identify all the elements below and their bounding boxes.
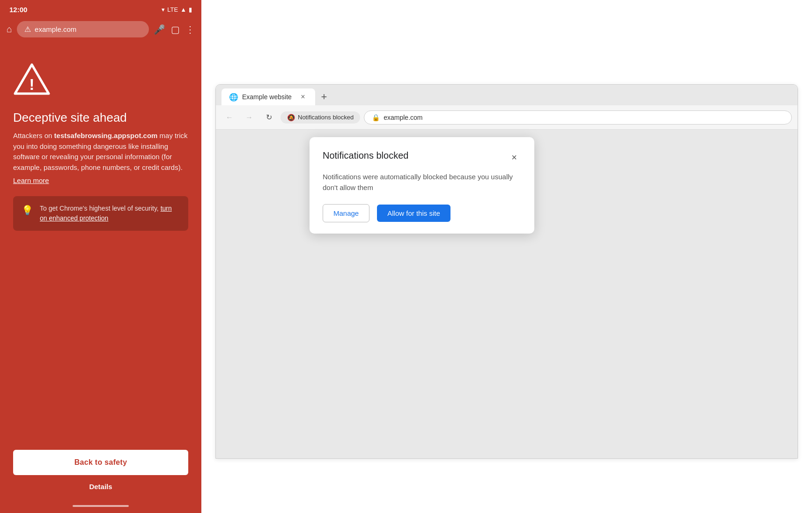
mobile-address-bar: ⌂ ⚠ example.com 🎤 ▢ ⋮ [0,17,201,44]
popup-title: Notifications blocked [323,150,408,161]
tabs-icon[interactable]: ▢ [171,24,180,35]
tab-title: Example website [242,93,295,101]
learn-more-link[interactable]: Learn more [13,176,49,184]
enhanced-protection-box: 💡 To get Chrome's highest level of secur… [13,196,188,231]
allow-for-this-site-button[interactable]: Allow for this site [377,205,450,222]
browser-content: Notifications blocked × Notifications we… [216,130,797,459]
reload-button[interactable]: ↻ [261,110,277,125]
browser-toolbar: ← → ↻ 🔕 Notifications blocked 🔒 example.… [216,105,797,130]
browser-window: 🌐 Example website × + ← → ↻ 🔕 Notificati… [215,84,798,459]
warning-triangle: ! [13,63,51,95]
status-right: ▾ LTE ▲ ▮ [162,6,192,13]
notifications-blocked-chip[interactable]: 🔕 Notifications blocked [281,111,360,124]
home-icon[interactable]: ⌂ [7,24,12,35]
popup-close-button[interactable]: × [507,150,521,164]
desktop-panel: 🌐 Example website × + ← → ↻ 🔕 Notificati… [201,0,812,513]
home-indicator [0,502,201,513]
address-text: example.com [384,114,422,121]
lightbulb-icon: 💡 [22,205,33,216]
desc-prefix: Attackers on [13,132,54,139]
home-indicator-bar [73,505,129,507]
signal-icon: ▲ [180,6,186,13]
mobile-bottom: Back to safety Details [0,450,201,502]
wifi-icon: ▾ [162,6,165,13]
back-button[interactable]: ← [221,110,237,125]
warning-section: Deceptive site ahead Attackers on testsa… [13,110,188,185]
details-link[interactable]: Details [89,483,112,491]
popup-header: Notifications blocked × [323,150,521,164]
popup-actions: Manage Allow for this site [323,204,521,222]
mobile-description: Attackers on testsafebrowsing.appspot.co… [13,131,188,173]
popup-body: Notifications were automatically blocked… [323,172,521,193]
browser-tab-bar: 🌐 Example website × + [216,85,797,105]
forward-button[interactable]: → [241,110,257,125]
notifications-blocked-label: Notifications blocked [298,114,354,121]
mobile-panel: 12:00 ▾ LTE ▲ ▮ ⌂ ⚠ example.com 🎤 ▢ ⋮ ! [0,0,201,513]
menu-icon[interactable]: ⋮ [185,24,195,35]
bell-blocked-icon: 🔕 [287,114,295,121]
ep-text: To get Chrome's highest level of securit… [40,204,180,223]
tab-close-button[interactable]: × [298,92,308,102]
ep-text-prefix: To get Chrome's highest level of securit… [40,205,161,212]
lock-icon: 🔒 [372,114,380,121]
desc-domain: testsafebrowsing.appspot.com [54,132,158,139]
mobile-toolbar-icons: 🎤 ▢ ⋮ [154,24,195,35]
mic-icon[interactable]: 🎤 [154,24,165,35]
lte-label: LTE [167,6,178,13]
address-bar[interactable]: 🔒 example.com [364,110,792,125]
new-tab-button[interactable]: + [317,90,331,104]
status-time: 12:00 [9,6,27,14]
mobile-warning-title: Deceptive site ahead [13,110,188,125]
tab-globe-icon: 🌐 [229,93,238,102]
mobile-url-text: example.com [35,25,76,33]
mobile-status-bar: 12:00 ▾ LTE ▲ ▮ [0,0,201,17]
mobile-url-bar[interactable]: ⚠ example.com [17,21,149,37]
svg-text:!: ! [29,75,34,93]
notifications-blocked-popup: Notifications blocked × Notifications we… [310,137,534,234]
manage-button[interactable]: Manage [323,204,369,222]
warning-icon: ⚠ [24,25,31,34]
browser-tab[interactable]: 🌐 Example website × [221,88,315,105]
back-to-safety-button[interactable]: Back to safety [13,450,188,475]
mobile-content: ! Deceptive site ahead Attackers on test… [0,44,201,450]
battery-icon: ▮ [189,6,192,13]
